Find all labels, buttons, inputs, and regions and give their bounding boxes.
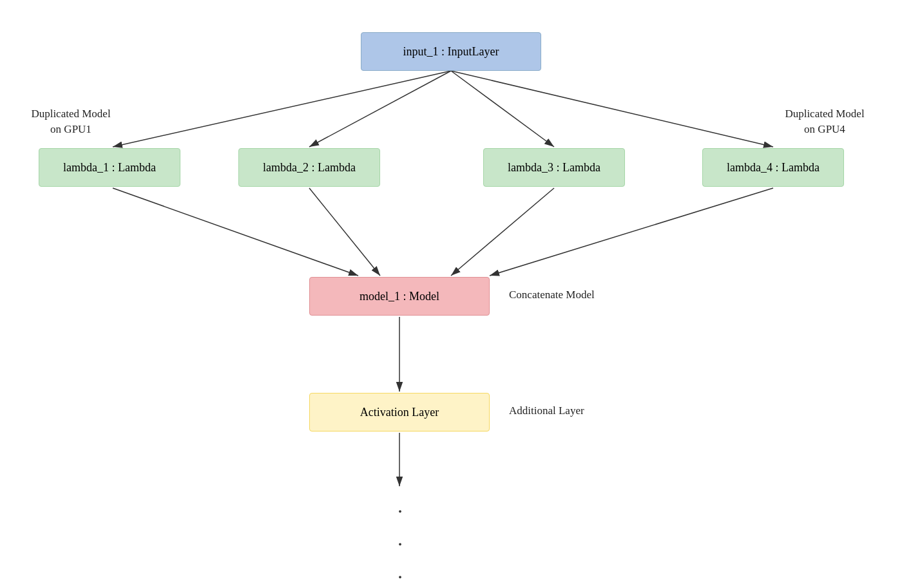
activation-label: Activation Layer <box>360 406 439 419</box>
svg-line-5 <box>113 188 358 276</box>
svg-line-3 <box>451 71 554 147</box>
lambda4-node: lambda_4 : Lambda <box>702 148 844 187</box>
gpu1-label: Duplicated Modelon GPU1 <box>13 106 129 137</box>
input-layer-node: input_1 : InputLayer <box>361 32 541 71</box>
diagram-container: input_1 : InputLayer lambda_1 : Lambda l… <box>0 0 902 588</box>
svg-line-6 <box>309 188 380 276</box>
svg-line-4 <box>451 71 773 147</box>
input-layer-label: input_1 : InputLayer <box>403 45 499 59</box>
activation-node: Activation Layer <box>309 393 490 432</box>
lambda1-label: lambda_1 : Lambda <box>63 161 156 175</box>
svg-line-1 <box>113 71 451 147</box>
gpu4-label: Duplicated Modelon GPU4 <box>760 106 889 137</box>
model-node: model_1 : Model <box>309 277 490 316</box>
lambda3-label: lambda_3 : Lambda <box>508 161 600 175</box>
svg-line-2 <box>309 71 451 147</box>
svg-line-8 <box>490 188 773 276</box>
additional-label: Additional Layer <box>509 404 584 417</box>
lambda1-node: lambda_1 : Lambda <box>39 148 180 187</box>
continuation-dots: . . . <box>398 489 403 588</box>
lambda2-label: lambda_2 : Lambda <box>263 161 356 175</box>
svg-line-7 <box>451 188 554 276</box>
lambda3-node: lambda_3 : Lambda <box>483 148 625 187</box>
lambda4-label: lambda_4 : Lambda <box>727 161 820 175</box>
concat-label: Concatenate Model <box>509 289 595 301</box>
model-label: model_1 : Model <box>360 290 439 303</box>
lambda2-node: lambda_2 : Lambda <box>238 148 380 187</box>
